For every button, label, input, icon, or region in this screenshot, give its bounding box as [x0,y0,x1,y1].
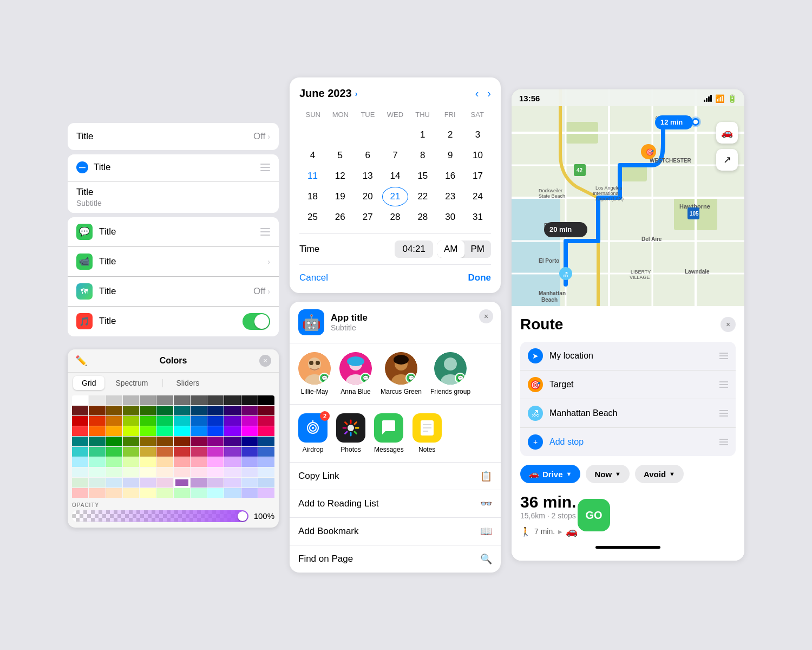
cal-day-26[interactable]: 26 [327,207,353,227]
share-photos[interactable]: Photos [336,413,365,453]
cal-day-8[interactable]: 8 [409,146,436,165]
color-cell[interactable] [72,437,88,446]
color-cell[interactable] [174,395,190,405]
color-cell[interactable] [140,437,156,446]
cal-day-7[interactable]: 7 [382,146,409,165]
color-cell[interactable] [106,488,122,498]
opacity-slider[interactable] [72,510,248,522]
color-cell-selected[interactable] [174,478,190,487]
share-contact-marcus[interactable]: 💬 Marcus Green [381,352,422,395]
color-cell[interactable] [106,478,122,487]
color-cell[interactable] [224,457,240,467]
cal-day-28a[interactable]: 28 [382,207,409,227]
cal-day-28b[interactable]: 28 [409,207,436,227]
color-cell[interactable] [224,447,240,457]
cal-day-12[interactable]: 12 [327,166,353,186]
cal-day-27[interactable]: 27 [355,207,381,227]
am-button[interactable]: AM [437,240,464,258]
color-cell[interactable] [207,478,224,487]
color-cell[interactable] [207,437,224,446]
color-cell[interactable] [123,426,139,436]
share-close-button[interactable]: × [479,309,493,323]
opacity-handle[interactable] [238,511,247,521]
color-cell[interactable] [258,426,274,436]
color-cell[interactable] [207,406,224,415]
color-cell[interactable] [174,467,190,477]
color-cell[interactable] [191,437,207,446]
color-cell[interactable] [89,437,105,446]
color-cell[interactable] [241,488,258,498]
color-cell[interactable] [191,447,207,457]
color-cell[interactable] [207,457,224,467]
color-cell[interactable] [191,457,207,467]
cal-day-9[interactable]: 9 [437,146,463,165]
color-cell[interactable] [241,406,258,415]
color-cell[interactable] [156,457,173,467]
color-cell[interactable] [191,395,207,405]
color-cell[interactable] [89,457,105,467]
cal-day-10[interactable]: 10 [464,146,491,165]
color-cell[interactable] [241,457,258,467]
color-cell[interactable] [123,437,139,446]
color-cell[interactable] [258,467,274,477]
color-cell[interactable] [140,395,156,405]
cal-day-22[interactable]: 22 [409,187,436,206]
color-cell[interactable] [89,478,105,487]
pm-button[interactable]: PM [464,240,492,258]
route-close-button[interactable]: × [721,317,736,332]
color-cell[interactable] [106,416,122,426]
color-cell[interactable] [156,467,173,477]
settings-row-top[interactable]: Title Off › [68,123,279,150]
color-cell[interactable] [224,478,240,487]
cal-day-15[interactable]: 15 [409,166,436,186]
color-cell[interactable] [174,447,190,457]
now-button[interactable]: Now ▼ [586,465,630,483]
color-cell[interactable] [123,416,139,426]
color-cell[interactable] [72,488,88,498]
go-button[interactable]: GO [578,499,610,531]
route-stop-beach[interactable]: 🏖 Manhattan Beach [520,399,736,428]
cal-day-21-selected[interactable]: 21 [382,187,409,206]
color-cell[interactable] [174,488,190,498]
color-cell[interactable] [258,447,274,457]
color-cell[interactable] [106,437,122,446]
color-cell[interactable] [140,447,156,457]
color-cell[interactable] [140,457,156,467]
color-cell[interactable] [207,426,224,436]
color-cell[interactable] [224,467,240,477]
color-cell[interactable] [72,467,88,477]
color-cell[interactable] [258,406,274,415]
color-cell[interactable] [258,437,274,446]
color-cell[interactable] [140,406,156,415]
avoid-button[interactable]: Avoid ▼ [635,465,684,483]
color-cell[interactable] [191,406,207,415]
color-cell[interactable] [258,488,274,498]
route-stop-target[interactable]: 🎯 Target [520,370,736,399]
share-airdrop[interactable]: 2 Airdrop [298,413,328,453]
color-cell[interactable] [174,437,190,446]
color-cell[interactable] [156,406,173,415]
cal-day-4[interactable]: 4 [299,146,326,165]
color-cell[interactable] [191,488,207,498]
color-cell[interactable] [241,416,258,426]
month-arrow-icon[interactable]: › [355,89,358,98]
color-cell[interactable] [72,395,88,405]
cal-day-14[interactable]: 14 [382,166,409,186]
color-cell[interactable] [123,478,139,487]
settings-music-row[interactable]: 🎵 Title [68,307,279,336]
share-contact-anna[interactable]: 💬 Anna Blue [339,352,372,395]
drag-handle-3[interactable] [719,410,728,417]
color-cell[interactable] [156,437,173,446]
share-contact-lillie[interactable]: 💬 Lillie-May [298,352,331,395]
colors-close-button[interactable]: × [259,355,271,367]
color-cell[interactable] [207,395,224,405]
drag-handle-1[interactable] [719,353,728,359]
cal-day-17[interactable]: 17 [464,166,491,186]
grid-tab[interactable]: Grid [73,376,104,390]
cal-day-19[interactable]: 19 [327,187,353,206]
drive-button[interactable]: 🚗 Drive ▼ [520,465,580,483]
drag-handle-2[interactable] [719,381,728,388]
spectrum-tab[interactable]: Spectrum [107,376,156,390]
color-cell[interactable] [241,426,258,436]
color-cell[interactable] [156,416,173,426]
